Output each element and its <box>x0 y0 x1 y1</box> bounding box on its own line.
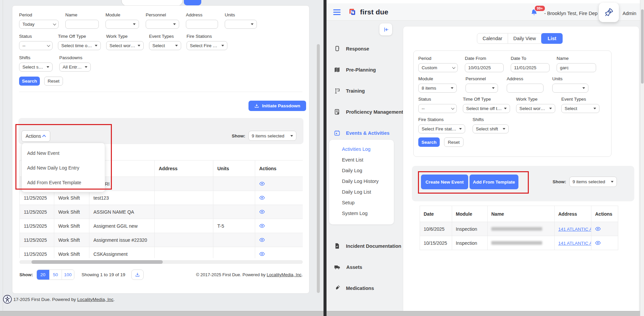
horizontal-scrollbar[interactable] <box>327 311 640 316</box>
export-download-button[interactable] <box>131 270 144 280</box>
table-horizontal-scrollbar[interactable] <box>19 260 303 264</box>
reset-button[interactable]: Reset <box>444 137 463 147</box>
add-from-template-button[interactable]: Add From Template <box>470 175 518 189</box>
items-selected-dropdown[interactable]: 9 items selected <box>248 131 296 141</box>
menu-item-add-from-event-template[interactable]: Add From Event Template <box>22 175 105 190</box>
view-eye-icon[interactable] <box>259 237 265 243</box>
table-row[interactable]: 11/25/2025Work Shift ASSIGN NAME QA <box>20 205 303 219</box>
date-to-input[interactable]: 11/01/2025 <box>511 63 550 72</box>
tab-calendar[interactable]: Calendar <box>477 33 508 43</box>
table-row[interactable]: 11/25/2025Work Shift test123 <box>20 191 303 205</box>
sidebar-collapse-button[interactable] <box>379 23 392 35</box>
menu-item-add-new-daily-log-entry[interactable]: Add New Daily Log Entry <box>22 161 105 175</box>
shifts-select[interactable]: Select shift <box>473 124 509 133</box>
locality-media-link[interactable]: LocalityMedia, Inc <box>77 297 114 302</box>
period-select[interactable]: Today <box>19 20 59 29</box>
work-type-select[interactable]: Select work type <box>516 104 555 113</box>
vertical-scrollbar[interactable] <box>640 0 644 316</box>
initiate-passdown-button[interactable]: Initiate Passdown <box>248 101 306 111</box>
submenu-activities-log[interactable]: Activities Log <box>329 144 394 154</box>
sidebar-item-medications[interactable]: Medications <box>334 285 374 291</box>
table-row[interactable]: 11/25/2025Work Shift Assigment GGIL newT… <box>20 219 303 233</box>
hamburger-menu-icon[interactable] <box>333 9 341 16</box>
shifts-select[interactable]: Select shift <box>19 63 53 72</box>
items-selected-dropdown[interactable]: 9 items selected <box>569 177 617 187</box>
horizontal-scrollbar[interactable] <box>0 311 324 316</box>
sidebar-item-training[interactable]: Training <box>334 88 365 94</box>
submenu-daily-log[interactable]: Daily Log <box>329 165 394 176</box>
scrollbar-thumb[interactable] <box>31 260 163 264</box>
date-from-input[interactable]: 10/01/2025 <box>465 63 504 72</box>
admin-role-label[interactable]: Admin <box>623 11 636 16</box>
locality-media-link[interactable]: LocalityMedia, Inc <box>267 272 301 277</box>
passdowns-select[interactable]: All Entries <box>59 63 91 72</box>
sidebar-item-response[interactable]: Response <box>334 45 369 52</box>
view-eye-icon[interactable] <box>259 209 265 215</box>
sidebar-item-assets[interactable]: Assets <box>334 264 362 271</box>
caret-down-icon <box>221 45 224 46</box>
submenu-system-log[interactable]: System Log <box>329 208 394 219</box>
actions-dropdown-button[interactable]: Actions <box>21 130 50 142</box>
menu-item-add-new-event[interactable]: Add New Event <box>22 146 105 161</box>
personnel-select[interactable] <box>146 20 179 29</box>
search-button[interactable]: Search <box>19 77 40 86</box>
submenu-daily-log-history[interactable]: Daily Log History <box>329 176 394 187</box>
work-type-select[interactable]: Select work type <box>106 41 144 50</box>
page-size-20[interactable]: 20 <box>37 270 49 280</box>
submenu-daily-log-list[interactable]: Daily Log List <box>329 187 394 197</box>
table-row[interactable]: 11/25/2025Work Shift CSKAssignment <box>20 247 303 258</box>
view-eye-icon[interactable] <box>595 240 601 246</box>
status-select[interactable]: -- <box>19 41 53 50</box>
create-new-event-button[interactable]: Create New Event <box>421 175 468 189</box>
reset-button[interactable]: Reset <box>44 77 63 86</box>
top-search-button[interactable] <box>184 0 201 5</box>
table-row[interactable]: 10/15/2025 Inspection 141 ATLANTIC A <box>420 236 618 250</box>
address-input[interactable] <box>507 84 544 93</box>
event-types-select[interactable]: Select <box>149 41 181 50</box>
whats-new-button[interactable] <box>599 3 619 22</box>
sidebar-item-pre-planning[interactable]: Pre-Planning <box>334 67 376 73</box>
table-row[interactable]: 10/6/2025 Inspection 141 ATLANTIC A <box>420 222 618 236</box>
vertical-scrollbar-thumb[interactable] <box>317 44 320 293</box>
address-input[interactable] <box>186 20 218 29</box>
submenu-event-list[interactable]: Event List <box>329 154 394 165</box>
tab-daily-view[interactable]: Daily View <box>508 33 542 43</box>
submenu-setup[interactable]: Setup <box>329 197 394 208</box>
brand-logo[interactable]: first due <box>348 7 388 16</box>
sidebar-item-incident-documentation[interactable]: Incident Documentation <box>334 243 401 249</box>
view-eye-icon[interactable] <box>259 251 265 257</box>
view-eye-icon[interactable] <box>259 223 265 229</box>
scrollbar-thumb[interactable] <box>641 9 644 84</box>
units-select[interactable] <box>225 20 257 29</box>
tab-list[interactable]: List <box>541 33 563 44</box>
view-eye-icon[interactable] <box>259 181 265 187</box>
name-input[interactable] <box>65 20 99 29</box>
syringe-icon <box>334 285 340 291</box>
fire-stations-select[interactable]: Select Fire stations <box>187 41 227 50</box>
view-eye-icon[interactable] <box>259 195 265 201</box>
table-header-row: Date Module Name Address Actions <box>420 206 618 222</box>
module-select[interactable]: 8 items <box>418 84 457 93</box>
page-size-100[interactable]: 100 <box>62 270 74 280</box>
accessibility-icon[interactable] <box>3 295 12 304</box>
address-link[interactable]: 141 ATLANTIC A <box>558 227 591 232</box>
search-button[interactable]: Search <box>418 137 440 147</box>
period-select[interactable]: Custom <box>418 63 458 72</box>
fire-stations-select[interactable]: Select Fire stations <box>418 124 465 133</box>
time-off-type-select[interactable]: Select time off type <box>463 104 510 113</box>
address-link[interactable]: 141 ATLANTIC A <box>558 241 591 246</box>
table-row[interactable]: 11/25/2025Work Shift Assignment issue #2… <box>20 233 303 247</box>
notifications-button[interactable]: 99+ <box>530 8 538 17</box>
time-off-type-select[interactable]: Select time off type <box>58 41 101 50</box>
chevron-down-icon <box>53 22 56 25</box>
units-select[interactable] <box>552 84 588 93</box>
personnel-select[interactable] <box>466 84 498 93</box>
status-select[interactable]: -- <box>418 104 457 113</box>
sidebar-item-proficiency-management[interactable]: Proficiency Management <box>334 109 403 115</box>
sidebar-item-events-activities[interactable]: Events & Activities <box>334 130 389 136</box>
view-eye-icon[interactable] <box>595 226 601 232</box>
module-select[interactable] <box>105 20 139 29</box>
name-input[interactable]: garc <box>557 63 596 72</box>
event-types-select[interactable]: Select <box>561 104 599 113</box>
page-size-50[interactable]: 50 <box>49 270 62 280</box>
